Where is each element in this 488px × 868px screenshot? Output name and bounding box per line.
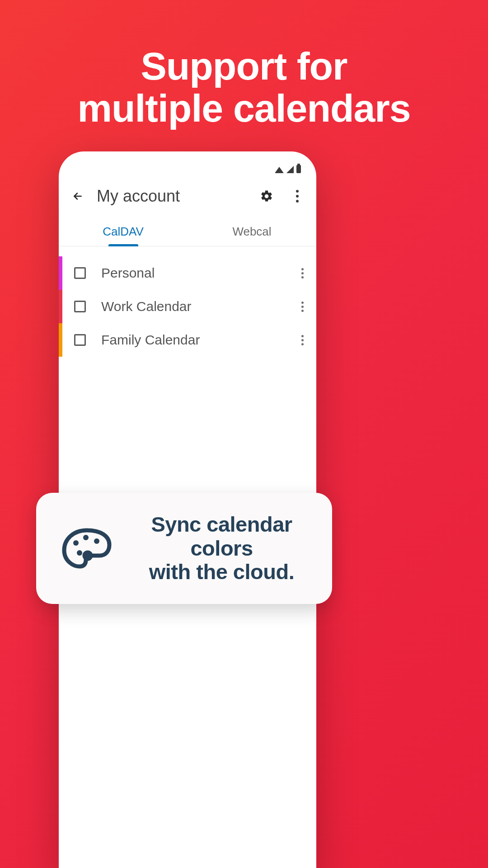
svg-point-3 bbox=[77, 550, 82, 556]
page-title: My account bbox=[97, 187, 245, 206]
color-swatch bbox=[59, 290, 62, 323]
tab-label: CalDAV bbox=[103, 225, 144, 238]
promo-headline: Support for multiple calendars bbox=[0, 0, 488, 129]
wifi-icon bbox=[275, 167, 284, 173]
svg-point-2 bbox=[94, 538, 99, 544]
tab-label: Webcal bbox=[232, 225, 271, 238]
status-bar bbox=[59, 151, 316, 174]
app-bar: My account bbox=[59, 174, 316, 217]
svg-point-0 bbox=[73, 540, 79, 546]
checkbox[interactable] bbox=[74, 267, 86, 279]
color-swatch bbox=[59, 256, 62, 290]
item-overflow-icon[interactable] bbox=[297, 297, 308, 316]
tab-bar: CalDAV Webcal bbox=[59, 217, 316, 246]
battery-icon bbox=[296, 165, 301, 173]
tab-webcal[interactable]: Webcal bbox=[188, 217, 316, 246]
checkbox[interactable] bbox=[74, 301, 86, 312]
callout-line1: Sync calendar colors bbox=[151, 512, 292, 560]
headline-line2: multiple calendars bbox=[77, 86, 410, 130]
checkbox[interactable] bbox=[74, 334, 86, 346]
gear-icon[interactable] bbox=[258, 187, 276, 205]
calendar-name: Family Calendar bbox=[101, 332, 297, 348]
back-icon[interactable] bbox=[71, 190, 84, 203]
feature-callout: Sync calendar colors with the cloud. bbox=[36, 493, 332, 604]
callout-text: Sync calendar colors with the cloud. bbox=[130, 513, 313, 584]
headline-line1: Support for bbox=[141, 44, 347, 88]
item-overflow-icon[interactable] bbox=[297, 264, 308, 283]
color-swatch bbox=[59, 323, 62, 357]
tab-caldav[interactable]: CalDAV bbox=[59, 217, 188, 246]
palette-icon bbox=[60, 525, 114, 572]
calendar-name: Work Calendar bbox=[101, 299, 297, 314]
callout-line2: with the cloud. bbox=[149, 560, 294, 584]
signal-icon bbox=[286, 166, 294, 173]
item-overflow-icon[interactable] bbox=[297, 330, 308, 350]
svg-point-1 bbox=[83, 535, 89, 540]
calendar-list: Personal Work Calendar Family Calendar bbox=[59, 246, 316, 357]
list-item: Family Calendar bbox=[59, 323, 316, 357]
overflow-icon[interactable] bbox=[288, 187, 306, 205]
calendar-name: Personal bbox=[101, 265, 297, 281]
list-item: Personal bbox=[59, 256, 316, 290]
list-item: Work Calendar bbox=[59, 290, 316, 323]
